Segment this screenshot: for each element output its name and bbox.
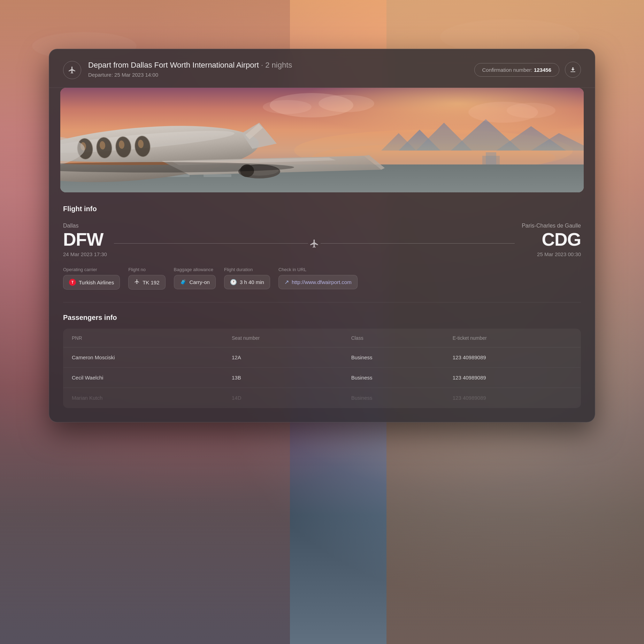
row2-ticket: 123 40989089 [444, 368, 581, 388]
airplane-svg [60, 88, 584, 192]
row2-seat: 13B [223, 368, 343, 388]
table-row: Cecil Waelchi 13B Business 123 40989089 [63, 368, 581, 388]
plane-icon [68, 66, 76, 74]
download-icon [569, 66, 576, 73]
checkin-icon: ↗ [284, 279, 289, 285]
baggage-icon: 🧳 [180, 279, 187, 285]
destination-code: CDG [522, 230, 581, 248]
route-row: Dallas DFW 24 Mar 2023 17:30 Paris-Charl… [63, 223, 581, 257]
confirmation-badge: Confirmation number: 123456 [474, 63, 559, 77]
origin-code: DFW [63, 230, 107, 248]
svg-rect-15 [482, 156, 500, 164]
detail-flight-no: Flight no TK 192 [128, 267, 165, 290]
row2-class: Business [343, 368, 444, 388]
header-text-block: Depart from Dallas Fort Worth Internatio… [88, 60, 292, 78]
origin-block: Dallas DFW 24 Mar 2023 17:30 [63, 223, 107, 257]
row1-name: Cameron Mosciski [63, 347, 223, 368]
flight-no-value: TK 192 [143, 279, 159, 285]
card-header: Depart from Dallas Fort Worth Internatio… [49, 49, 595, 88]
baggage-chip: 🧳 Carry-on [174, 275, 216, 289]
svg-point-40 [507, 103, 555, 118]
table-header-row: PNR Seat number Class E-ticket number [63, 329, 581, 347]
header-left: Depart from Dallas Fort Worth Internatio… [63, 60, 292, 79]
svg-point-38 [263, 100, 312, 114]
plane-icon-circle [63, 61, 81, 79]
flight-no-chip: TK 192 [128, 275, 165, 290]
col-ticket: E-ticket number [444, 329, 581, 347]
duration-icon: 🕐 [230, 279, 237, 285]
table-row: Marian Kutch 14D Business 123 40989089 [63, 388, 581, 408]
line-right [321, 243, 515, 244]
detail-baggage: Baggage allowance 🧳 Carry-on [174, 267, 216, 290]
passengers-table: PNR Seat number Class E-ticket number Ca… [63, 329, 581, 408]
row3-ticket: 123 40989089 [444, 388, 581, 408]
operating-carrier-label: Operating carrier [63, 267, 120, 272]
turkish-logo: T [69, 279, 76, 286]
passengers-section: Passengers info PNR Seat number Class E-… [49, 314, 595, 422]
header-title: Depart from Dallas Fort Worth Internatio… [88, 60, 292, 70]
flight-no-icon [134, 279, 140, 286]
col-seat: Seat number [223, 329, 343, 347]
origin-city-name: Dallas [63, 223, 107, 229]
flight-line [114, 237, 515, 250]
section-divider [63, 302, 581, 302]
destination-datetime: 25 Mar 2023 00:30 [522, 251, 581, 257]
route-plane-icon [308, 237, 321, 250]
row1-class: Business [343, 347, 444, 368]
download-button[interactable] [565, 62, 581, 78]
flight-info-title: Flight info [63, 205, 581, 213]
header-right: Confirmation number: 123456 [474, 62, 581, 78]
line-left [114, 243, 308, 244]
svg-rect-13 [204, 174, 231, 177]
baggage-value: Carry-on [190, 279, 210, 285]
detail-duration: Flight duration 🕐 3 h 40 min [224, 267, 270, 290]
detail-checkin: Check in URL ↗ http://www.dfwairport.com [278, 267, 358, 290]
baggage-label: Baggage allowance [174, 267, 216, 272]
duration-label: Flight duration [224, 267, 270, 272]
checkin-url[interactable]: http://www.dfwairport.com [292, 279, 352, 285]
row3-class: Business [343, 388, 444, 408]
destination-city-name: Paris-Charles de Gaulle [522, 223, 581, 229]
main-card: Depart from Dallas Fort Worth Internatio… [49, 49, 595, 422]
flight-details-row: Operating carrier T Turkish Airlines Fli… [63, 267, 581, 290]
flight-info-section: Flight info Dallas DFW 24 Mar 2023 17:30 [49, 192, 595, 290]
operating-carrier-chip: T Turkish Airlines [63, 275, 120, 290]
operating-carrier-value: Turkish Airlines [79, 279, 114, 285]
destination-block: Paris-Charles de Gaulle CDG 25 Mar 2023 … [522, 223, 581, 257]
row1-seat: 12A [223, 347, 343, 368]
airplane-scene [60, 88, 584, 192]
table-head: PNR Seat number Class E-ticket number [63, 329, 581, 347]
table-body: Cameron Mosciski 12A Business 123 409890… [63, 347, 581, 408]
detail-operating-carrier: Operating carrier T Turkish Airlines [63, 267, 120, 290]
header-subtitle: Departure: 25 Mar 2023 14:00 [88, 72, 292, 78]
flight-no-label: Flight no [128, 267, 165, 272]
row1-ticket: 123 40989089 [444, 347, 581, 368]
col-pnr: PNR [63, 329, 223, 347]
row3-name: Marian Kutch [63, 388, 223, 408]
checkin-chip[interactable]: ↗ http://www.dfwairport.com [278, 275, 358, 289]
row3-seat: 14D [223, 388, 343, 408]
hero-image-wrapper [49, 88, 595, 192]
row2-name: Cecil Waelchi [63, 368, 223, 388]
duration-chip: 🕐 3 h 40 min [224, 275, 270, 289]
table-row: Cameron Mosciski 12A Business 123 409890… [63, 347, 581, 368]
origin-datetime: 24 Mar 2023 17:30 [63, 251, 107, 257]
passengers-title: Passengers info [63, 314, 581, 322]
duration-value: 3 h 40 min [240, 279, 264, 285]
col-class: Class [343, 329, 444, 347]
svg-point-37 [319, 95, 374, 112]
checkin-label: Check in URL [278, 267, 358, 272]
